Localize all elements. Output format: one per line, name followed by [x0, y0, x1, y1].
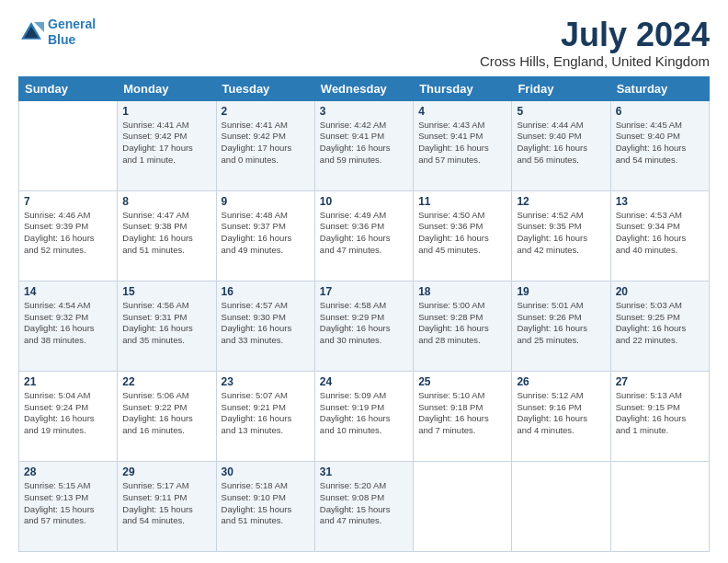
- day-number: 18: [418, 285, 506, 298]
- calendar-cell: 19Sunrise: 5:01 AM Sunset: 9:26 PM Dayli…: [512, 281, 610, 371]
- day-number: 15: [122, 285, 210, 298]
- calendar-cell: 11Sunrise: 4:50 AM Sunset: 9:36 PM Dayli…: [414, 190, 512, 281]
- day-info: Sunrise: 4:41 AM Sunset: 9:42 PM Dayligh…: [222, 120, 310, 167]
- logo-line1: General: [48, 17, 96, 31]
- location: Cross Hills, England, United Kingdom: [480, 53, 710, 69]
- day-info: Sunrise: 5:01 AM Sunset: 9:26 PM Dayligh…: [517, 300, 605, 347]
- calendar-cell: 20Sunrise: 5:03 AM Sunset: 9:25 PM Dayli…: [610, 281, 709, 371]
- calendar-cell: 23Sunrise: 5:07 AM Sunset: 9:21 PM Dayli…: [216, 371, 314, 461]
- calendar-cell: 27Sunrise: 5:13 AM Sunset: 9:15 PM Dayli…: [610, 371, 709, 461]
- calendar-week-1: 1Sunrise: 4:41 AM Sunset: 9:42 PM Daylig…: [19, 100, 710, 190]
- day-number: 8: [122, 195, 210, 208]
- day-info: Sunrise: 4:46 AM Sunset: 9:39 PM Dayligh…: [24, 210, 112, 257]
- day-info: Sunrise: 4:43 AM Sunset: 9:41 PM Dayligh…: [418, 120, 506, 167]
- calendar-cell: [414, 461, 512, 551]
- col-header-tuesday: Tuesday: [216, 76, 314, 100]
- calendar-cell: 30Sunrise: 5:18 AM Sunset: 9:10 PM Dayli…: [216, 461, 314, 551]
- header: General Blue July 2024 Cross Hills, Engl…: [18, 17, 710, 69]
- calendar-cell: [512, 461, 610, 551]
- calendar-cell: 4Sunrise: 4:43 AM Sunset: 9:41 PM Daylig…: [414, 100, 512, 190]
- calendar-cell: 15Sunrise: 4:56 AM Sunset: 9:31 PM Dayli…: [118, 281, 216, 371]
- calendar-cell: 17Sunrise: 4:58 AM Sunset: 9:29 PM Dayli…: [314, 281, 413, 371]
- calendar-week-3: 14Sunrise: 4:54 AM Sunset: 9:32 PM Dayli…: [19, 281, 710, 371]
- day-info: Sunrise: 4:56 AM Sunset: 9:31 PM Dayligh…: [122, 300, 210, 347]
- day-info: Sunrise: 4:42 AM Sunset: 9:41 PM Dayligh…: [320, 120, 408, 167]
- calendar-cell: 8Sunrise: 4:47 AM Sunset: 9:38 PM Daylig…: [118, 190, 216, 281]
- day-info: Sunrise: 5:10 AM Sunset: 9:18 PM Dayligh…: [418, 390, 506, 437]
- calendar-cell: 16Sunrise: 4:57 AM Sunset: 9:30 PM Dayli…: [216, 281, 314, 371]
- day-info: Sunrise: 5:00 AM Sunset: 9:28 PM Dayligh…: [418, 300, 506, 347]
- day-info: Sunrise: 5:04 AM Sunset: 9:24 PM Dayligh…: [24, 390, 112, 437]
- day-number: 3: [320, 105, 408, 118]
- day-number: 21: [24, 375, 112, 388]
- calendar-cell: 26Sunrise: 5:12 AM Sunset: 9:16 PM Dayli…: [512, 371, 610, 461]
- calendar-cell: 31Sunrise: 5:20 AM Sunset: 9:08 PM Dayli…: [314, 461, 413, 551]
- day-number: 12: [517, 195, 605, 208]
- day-number: 1: [122, 105, 210, 118]
- day-number: 27: [616, 375, 704, 388]
- day-info: Sunrise: 5:20 AM Sunset: 9:08 PM Dayligh…: [320, 480, 408, 527]
- calendar-cell: 22Sunrise: 5:06 AM Sunset: 9:22 PM Dayli…: [118, 371, 216, 461]
- day-info: Sunrise: 5:13 AM Sunset: 9:15 PM Dayligh…: [616, 390, 704, 437]
- day-info: Sunrise: 4:52 AM Sunset: 9:35 PM Dayligh…: [517, 210, 605, 257]
- day-number: 30: [222, 465, 310, 478]
- calendar-cell: 3Sunrise: 4:42 AM Sunset: 9:41 PM Daylig…: [314, 100, 413, 190]
- calendar-table: SundayMondayTuesdayWednesdayThursdayFrid…: [18, 76, 710, 552]
- calendar-cell: 18Sunrise: 5:00 AM Sunset: 9:28 PM Dayli…: [414, 281, 512, 371]
- title-block: July 2024 Cross Hills, England, United K…: [480, 17, 710, 69]
- col-header-friday: Friday: [512, 76, 610, 100]
- day-info: Sunrise: 4:54 AM Sunset: 9:32 PM Dayligh…: [24, 300, 112, 347]
- calendar-cell: 14Sunrise: 4:54 AM Sunset: 9:32 PM Dayli…: [19, 281, 118, 371]
- logo-line2: Blue: [48, 32, 75, 47]
- col-header-wednesday: Wednesday: [314, 76, 413, 100]
- day-info: Sunrise: 5:15 AM Sunset: 9:13 PM Dayligh…: [24, 480, 112, 527]
- col-header-monday: Monday: [118, 76, 216, 100]
- logo-icon: [18, 19, 44, 45]
- day-number: 20: [616, 285, 704, 298]
- logo-text: General Blue: [48, 17, 96, 48]
- day-info: Sunrise: 4:47 AM Sunset: 9:38 PM Dayligh…: [122, 210, 210, 257]
- calendar-cell: 1Sunrise: 4:41 AM Sunset: 9:42 PM Daylig…: [118, 100, 216, 190]
- day-number: 17: [320, 285, 408, 298]
- calendar-cell: [610, 461, 709, 551]
- logo: General Blue: [18, 17, 96, 48]
- calendar-header-row: SundayMondayTuesdayWednesdayThursdayFrid…: [19, 76, 710, 100]
- day-number: 31: [320, 465, 408, 478]
- calendar-cell: 25Sunrise: 5:10 AM Sunset: 9:18 PM Dayli…: [414, 371, 512, 461]
- day-number: 25: [418, 375, 506, 388]
- day-info: Sunrise: 5:09 AM Sunset: 9:19 PM Dayligh…: [320, 390, 408, 437]
- day-info: Sunrise: 5:07 AM Sunset: 9:21 PM Dayligh…: [222, 390, 310, 437]
- day-info: Sunrise: 5:18 AM Sunset: 9:10 PM Dayligh…: [222, 480, 310, 527]
- day-number: 26: [517, 375, 605, 388]
- day-number: 9: [222, 195, 310, 208]
- month-title: July 2024: [480, 17, 710, 53]
- day-number: 7: [24, 195, 112, 208]
- day-number: 16: [222, 285, 310, 298]
- calendar-cell: 5Sunrise: 4:44 AM Sunset: 9:40 PM Daylig…: [512, 100, 610, 190]
- col-header-thursday: Thursday: [414, 76, 512, 100]
- day-number: 19: [517, 285, 605, 298]
- day-number: 2: [222, 105, 310, 118]
- calendar-cell: 7Sunrise: 4:46 AM Sunset: 9:39 PM Daylig…: [19, 190, 118, 281]
- day-info: Sunrise: 4:45 AM Sunset: 9:40 PM Dayligh…: [616, 120, 704, 167]
- col-header-saturday: Saturday: [610, 76, 709, 100]
- day-number: 5: [517, 105, 605, 118]
- day-number: 4: [418, 105, 506, 118]
- day-number: 10: [320, 195, 408, 208]
- calendar-cell: 29Sunrise: 5:17 AM Sunset: 9:11 PM Dayli…: [118, 461, 216, 551]
- day-info: Sunrise: 4:44 AM Sunset: 9:40 PM Dayligh…: [517, 120, 605, 167]
- calendar-cell: 2Sunrise: 4:41 AM Sunset: 9:42 PM Daylig…: [216, 100, 314, 190]
- day-info: Sunrise: 4:50 AM Sunset: 9:36 PM Dayligh…: [418, 210, 506, 257]
- day-number: 24: [320, 375, 408, 388]
- day-info: Sunrise: 5:17 AM Sunset: 9:11 PM Dayligh…: [122, 480, 210, 527]
- calendar-cell: 13Sunrise: 4:53 AM Sunset: 9:34 PM Dayli…: [610, 190, 709, 281]
- day-info: Sunrise: 5:12 AM Sunset: 9:16 PM Dayligh…: [517, 390, 605, 437]
- page: General Blue July 2024 Cross Hills, Engl…: [0, 0, 728, 563]
- day-number: 6: [616, 105, 704, 118]
- calendar-cell: 12Sunrise: 4:52 AM Sunset: 9:35 PM Dayli…: [512, 190, 610, 281]
- day-number: 11: [418, 195, 506, 208]
- day-number: 13: [616, 195, 704, 208]
- calendar-cell: 6Sunrise: 4:45 AM Sunset: 9:40 PM Daylig…: [610, 100, 709, 190]
- day-info: Sunrise: 4:49 AM Sunset: 9:36 PM Dayligh…: [320, 210, 408, 257]
- day-number: 14: [24, 285, 112, 298]
